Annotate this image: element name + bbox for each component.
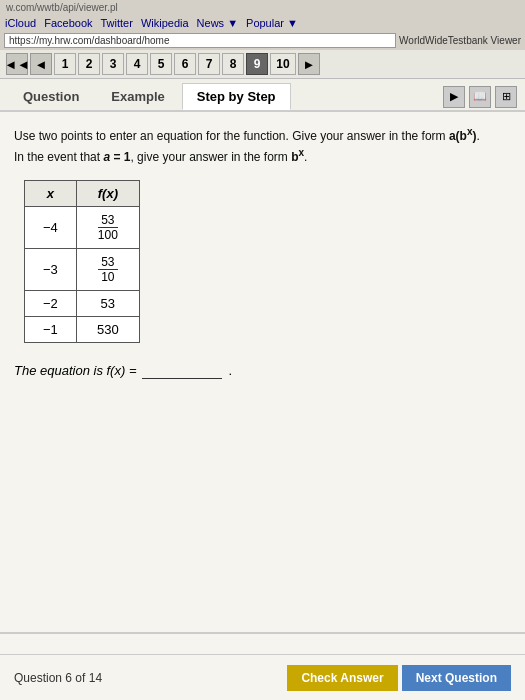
data-table: x f(x) −4 53 100 −3 bbox=[24, 180, 140, 343]
worldwidetestbank-label: WorldWideTestbank Viewer bbox=[399, 35, 521, 46]
page-btn-8[interactable]: 8 bbox=[222, 53, 244, 75]
table-header-x: x bbox=[25, 181, 77, 207]
equation-row: The equation is f(x) = . bbox=[14, 363, 511, 379]
page-btn-10[interactable]: 10 bbox=[270, 53, 296, 75]
table-cell-fx-4: 530 bbox=[76, 316, 139, 342]
table-row: −2 53 bbox=[25, 290, 140, 316]
nav-arrow-right[interactable]: ► bbox=[298, 53, 320, 75]
page-btn-5[interactable]: 5 bbox=[150, 53, 172, 75]
book-icon-btn[interactable]: 📖 bbox=[469, 86, 491, 108]
top-url-bar: w.com/wwtb/api/viewer.pl bbox=[0, 0, 525, 15]
nav-link-twitter[interactable]: Twitter bbox=[101, 17, 133, 29]
nav-link-popular[interactable]: Popular ▼ bbox=[246, 17, 298, 29]
tab-example[interactable]: Example bbox=[96, 83, 179, 110]
bottom-bar: Question 6 of 14 Check Answer Next Quest… bbox=[0, 654, 525, 700]
page-btn-3[interactable]: 3 bbox=[102, 53, 124, 75]
page-btn-9[interactable]: 9 bbox=[246, 53, 268, 75]
separator bbox=[0, 632, 525, 634]
nav-arrow-double-left[interactable]: ◄◄ bbox=[6, 53, 28, 75]
hrw-address-row: WorldWideTestbank Viewer bbox=[0, 31, 525, 50]
tab-icons: ▶ 📖 ⊞ bbox=[443, 86, 517, 108]
tab-step-by-step[interactable]: Step by Step bbox=[182, 83, 291, 110]
nav-link-facebook[interactable]: Facebook bbox=[44, 17, 92, 29]
page-btn-4[interactable]: 4 bbox=[126, 53, 148, 75]
content-tabs: Question Example Step by Step ▶ 📖 ⊞ bbox=[0, 79, 525, 112]
table-cell-x-2: −3 bbox=[25, 248, 77, 290]
nav-link-wikipedia[interactable]: Wikipedia bbox=[141, 17, 189, 29]
nav-link-news[interactable]: News ▼ bbox=[197, 17, 238, 29]
page-btn-1[interactable]: 1 bbox=[54, 53, 76, 75]
check-answer-button[interactable]: Check Answer bbox=[287, 665, 397, 691]
table-cell-fx-1: 53 100 bbox=[76, 207, 139, 249]
next-question-button[interactable]: Next Question bbox=[402, 665, 511, 691]
instructions-text: Use two points to enter an equation for … bbox=[14, 124, 511, 166]
fraction-1: 53 100 bbox=[95, 213, 121, 243]
page-btn-7[interactable]: 7 bbox=[198, 53, 220, 75]
table-cell-x-3: −2 bbox=[25, 290, 77, 316]
page-btn-6[interactable]: 6 bbox=[174, 53, 196, 75]
action-buttons: Check Answer Next Question bbox=[287, 665, 511, 691]
table-cell-fx-2: 53 10 bbox=[76, 248, 139, 290]
table-cell-x-4: −1 bbox=[25, 316, 77, 342]
play-icon-btn[interactable]: ▶ bbox=[443, 86, 465, 108]
table-header-fx: f(x) bbox=[76, 181, 139, 207]
page-nav-bar: ◄◄ ◄ 1 2 3 4 5 6 7 8 9 10 ► bbox=[0, 50, 525, 79]
browser-nav-row: iCloud Facebook Twitter Wikipedia News ▼… bbox=[0, 15, 525, 31]
page-btn-2[interactable]: 2 bbox=[78, 53, 100, 75]
fraction-2: 53 10 bbox=[98, 255, 117, 285]
grid-icon-btn[interactable]: ⊞ bbox=[495, 86, 517, 108]
table-cell-fx-3: 53 bbox=[76, 290, 139, 316]
equation-answer-input[interactable] bbox=[142, 363, 222, 379]
page-content: Use two points to enter an equation for … bbox=[0, 112, 525, 700]
tab-question[interactable]: Question bbox=[8, 83, 94, 110]
table-cell-x-1: −4 bbox=[25, 207, 77, 249]
table-row: −3 53 10 bbox=[25, 248, 140, 290]
question-count: Question 6 of 14 bbox=[14, 671, 102, 685]
nav-arrow-left[interactable]: ◄ bbox=[30, 53, 52, 75]
equation-label: The equation is f(x) = bbox=[14, 363, 136, 378]
table-row: −1 530 bbox=[25, 316, 140, 342]
table-row: −4 53 100 bbox=[25, 207, 140, 249]
main-content-area: Use two points to enter an equation for … bbox=[0, 112, 525, 632]
hrw-address-input[interactable] bbox=[4, 33, 396, 48]
nav-link-icloud[interactable]: iCloud bbox=[5, 17, 36, 29]
equation-period: . bbox=[228, 363, 232, 378]
